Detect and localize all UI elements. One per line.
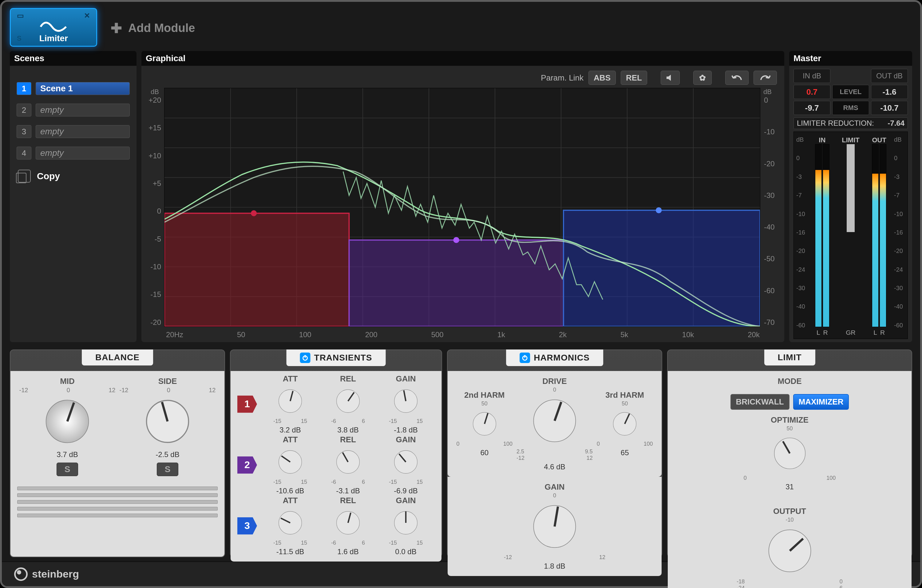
scene-row[interactable]: 1 Scene 1 — [16, 80, 130, 97]
scene-label[interactable]: empty — [36, 104, 130, 116]
speaker-icon — [666, 74, 675, 82]
meter-ticks-right: dB 0 -3 -7 -10 -16 -20 -24 -30 -40 -60 — [894, 135, 905, 336]
param-link-abs-button[interactable]: ABS — [589, 71, 616, 85]
undo-icon — [731, 74, 743, 82]
app-window: ▭ ✕ S Limiter ✚ Add Module Scenes 1 — [0, 0, 922, 588]
band-badge-3[interactable]: 3 — [237, 517, 257, 534]
band2-att-knob[interactable] — [273, 445, 307, 479]
transients-tab: TRANSIENTS — [286, 350, 386, 366]
in-db-header: IN dB — [793, 69, 830, 83]
mid-knob[interactable] — [40, 394, 95, 449]
band2-rel-knob[interactable] — [331, 445, 365, 479]
settings-button[interactable]: ✿ — [693, 71, 712, 85]
meter-in-r — [823, 144, 829, 327]
band-badge-1[interactable]: 1 — [237, 395, 257, 413]
out-rms-value[interactable]: -10.7 — [871, 101, 908, 115]
graph-body: Param. Link ABS REL ✿ — [141, 66, 784, 342]
side-knob[interactable] — [140, 394, 195, 449]
undo-button[interactable] — [725, 71, 749, 85]
limit-tab: LIMIT — [764, 350, 815, 366]
scene-label[interactable]: Scene 1 — [36, 82, 130, 95]
in-level-value[interactable]: 0.7 — [793, 85, 830, 99]
side-value[interactable]: -2.5 dB — [155, 450, 179, 459]
main-upper: Scenes 1 Scene 1 2 empty 3 empty 4 empty — [2, 51, 920, 345]
scene-label[interactable]: empty — [36, 147, 130, 160]
top-bar: ▭ ✕ S Limiter ✚ Add Module — [2, 2, 920, 51]
balance-mini-meters — [17, 487, 217, 517]
second-harm-knob[interactable] — [468, 407, 502, 441]
scene-number[interactable]: 1 — [16, 82, 31, 95]
mode-brickwall-button[interactable]: BRICKWALL — [731, 394, 790, 410]
graph-canvas[interactable]: dB +20 +15 +10 +5 0 -5 -10 -15 -20 — [141, 85, 784, 329]
transients-power-button[interactable] — [300, 353, 311, 363]
in-rms-value[interactable]: -9.7 — [793, 101, 830, 115]
param-link-rel-button[interactable]: REL — [621, 71, 647, 85]
scene-row[interactable]: 4 empty — [16, 144, 130, 162]
mode-maximizer-button[interactable]: MAXIMIZER — [793, 394, 849, 410]
side-knob-cell: SIDE -12 0 12 -2.5 dB S — [119, 377, 216, 476]
add-module-label: Add Module — [128, 21, 195, 35]
side-solo-button[interactable]: S — [157, 462, 178, 476]
module-tab-limiter[interactable]: ▭ ✕ S Limiter — [10, 8, 97, 47]
scenes-body: 1 Scene 1 2 empty 3 empty 4 empty Cop — [10, 66, 137, 342]
scene-number[interactable]: 2 — [16, 104, 31, 116]
band1-gain-knob[interactable] — [389, 384, 423, 418]
third-harm-knob[interactable] — [608, 407, 642, 441]
steinberg-ring-icon — [14, 567, 28, 581]
y-right-ticks: 0 -10 -20 -30 -40 -50 -60 -70 — [762, 96, 779, 327]
meter-out-r — [879, 144, 886, 327]
output-knob[interactable] — [762, 523, 817, 578]
harmonics-power-button[interactable] — [520, 353, 530, 363]
band2-gain-knob[interactable] — [389, 445, 423, 479]
limiter-reduction-value: -7.64 — [888, 119, 904, 127]
power-icon — [302, 355, 308, 361]
band3-gain-knob[interactable] — [389, 506, 423, 540]
meter-gain-reduction — [847, 144, 855, 232]
band1-rel-knob[interactable] — [331, 384, 365, 418]
drive-knob[interactable] — [527, 393, 582, 448]
scene-label[interactable]: empty — [36, 125, 130, 138]
listen-button[interactable] — [661, 71, 680, 85]
limiter-wave-icon — [40, 20, 67, 33]
out-db-header: OUT dB — [871, 69, 908, 83]
plus-icon: ✚ — [111, 20, 122, 36]
redo-icon — [759, 74, 772, 82]
scene-row[interactable]: 3 empty — [16, 123, 130, 140]
svg-rect-17 — [564, 210, 760, 327]
scene-row[interactable]: 2 empty — [16, 101, 130, 119]
svg-point-20 — [656, 207, 662, 213]
scene-number[interactable]: 4 — [16, 147, 31, 160]
svg-point-19 — [453, 237, 459, 243]
master-body: IN dB OUT dB 0.7 LEVEL -1.6 -9.7 RMS -10… — [789, 66, 912, 342]
band1-att-knob[interactable] — [273, 384, 307, 418]
module-tab-mini-controls: ▭ ✕ — [17, 11, 90, 20]
harmonics-tab: HARMONICS — [506, 350, 603, 366]
redo-button[interactable] — [754, 71, 777, 85]
band3-att-knob[interactable] — [273, 506, 307, 540]
spectrum-display[interactable] — [164, 88, 760, 327]
meter-out-l — [872, 144, 879, 327]
rms-label: RMS — [832, 101, 869, 115]
limiter-reduction-readout[interactable]: LIMITER REDUCTION: -7.64 — [793, 118, 908, 129]
limiter-reduction-label: LIMITER REDUCTION: — [797, 119, 874, 127]
band-badge-2[interactable]: 2 — [237, 456, 257, 474]
lower-section: BALANCE MID -12 0 12 — [2, 345, 920, 562]
meter-group-limit: LIMIT GR — [837, 135, 865, 336]
copy-scene-button[interactable]: Copy — [16, 170, 130, 183]
master-title: Master — [789, 51, 912, 66]
balance-tab: BALANCE — [82, 350, 153, 366]
mid-solo-button[interactable]: S — [57, 462, 78, 476]
scenes-panel: Scenes 1 Scene 1 2 empty 3 empty 4 empty — [10, 51, 137, 342]
solo-flag-icon[interactable]: S — [17, 34, 21, 42]
module-close-icon[interactable]: ✕ — [84, 11, 90, 20]
module-bypass-icon[interactable]: ▭ — [17, 11, 24, 20]
level-label: LEVEL — [832, 85, 869, 99]
harmonics-gain-knob[interactable] — [527, 499, 582, 554]
out-level-value[interactable]: -1.6 — [871, 85, 908, 99]
graph-toolbar: Param. Link ABS REL ✿ — [141, 66, 784, 85]
optimize-knob[interactable] — [768, 432, 811, 475]
add-module-button[interactable]: ✚ Add Module — [111, 14, 195, 42]
band3-rel-knob[interactable] — [331, 506, 365, 540]
scene-number[interactable]: 3 — [16, 125, 31, 138]
mid-value[interactable]: 3.7 dB — [57, 450, 78, 459]
